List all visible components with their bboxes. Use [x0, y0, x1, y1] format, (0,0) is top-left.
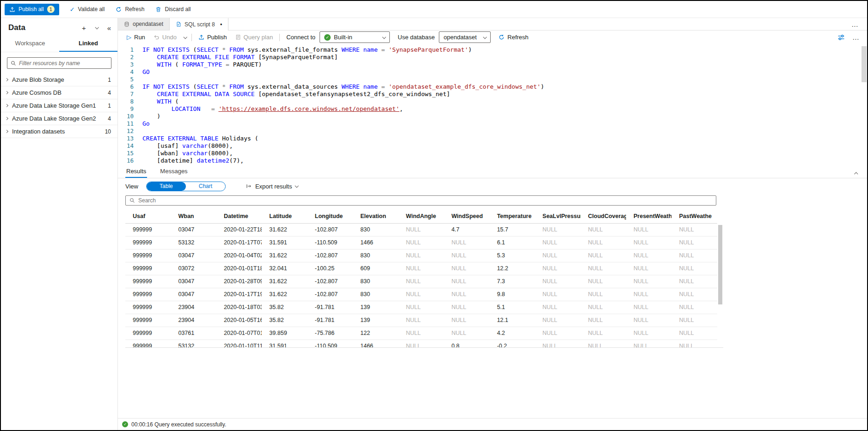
tab-workspace[interactable]: Workspace: [1, 36, 59, 52]
line-number: 11: [118, 120, 134, 127]
connect-to-label: Connect to: [282, 34, 320, 41]
undo-button[interactable]: Undo: [149, 30, 181, 44]
toolbar-separator: [279, 34, 280, 41]
more-actions-button[interactable]: …: [852, 33, 860, 41]
grid-column-header: Usaf: [125, 209, 171, 223]
refresh-icon: [116, 6, 122, 12]
results-search-row: [118, 194, 867, 209]
grid-cell: 39.859: [262, 327, 307, 340]
view-table-button[interactable]: Table: [147, 182, 186, 191]
grid-cell: -91.781: [308, 301, 353, 314]
grid-cell: NULL: [581, 288, 626, 301]
global-toolbar: Publish all 1 ✓ Validate all Refresh Dis…: [1, 1, 867, 18]
collapse-results-button[interactable]: [855, 170, 858, 176]
grid-cell: -100.25: [308, 262, 353, 275]
grid-scrollbar[interactable]: [717, 209, 723, 347]
tab-messages[interactable]: Messages: [159, 165, 188, 178]
grid-cell: NULL: [399, 288, 444, 301]
success-check-icon: ✓: [122, 421, 128, 427]
tree-item-count: 4: [108, 115, 111, 122]
tab-sql-script-label: SQL script 8: [185, 21, 215, 28]
results-grid: UsafWbanDatetimeLatitudeLongitudeElevati…: [125, 209, 723, 348]
grid-cell: 2020-01-07T01:...: [216, 327, 262, 340]
filter-resources-input[interactable]: [19, 60, 108, 67]
grid-cell: 2020-01-01T18:...: [216, 262, 262, 275]
grid-cell: NULL: [444, 288, 489, 301]
grid-cell: -91.781: [308, 314, 353, 327]
results-table: UsafWbanDatetimeLatitudeLongitudeElevati…: [125, 209, 717, 348]
refresh-all-button[interactable]: Refresh: [111, 4, 149, 15]
tab-overflow-button[interactable]: …: [851, 20, 867, 28]
view-chart-button[interactable]: Chart: [186, 182, 225, 191]
grid-cell: NULL: [581, 340, 626, 348]
discard-all-button[interactable]: Discard all: [150, 4, 196, 15]
use-database-dropdown[interactable]: opendataset: [439, 31, 491, 43]
grid-cell: 139: [353, 314, 398, 327]
validate-all-button[interactable]: ✓ Validate all: [65, 4, 110, 15]
trash-icon: [155, 6, 161, 12]
tree-item-label: Azure Cosmos DB: [12, 89, 62, 96]
tree-item-label: Azure Blob Storage: [12, 76, 64, 83]
grid-cell: NULL: [535, 223, 580, 236]
grid-cell: NULL: [581, 301, 626, 314]
grid-cell: NULL: [671, 275, 717, 288]
tree-item-label: Integration datasets: [12, 128, 65, 135]
tree-item[interactable]: Azure Data Lake Storage Gen11: [1, 99, 117, 112]
grid-cell: 32.041: [262, 262, 307, 275]
grid-cell: NULL: [671, 340, 717, 348]
refresh-button[interactable]: Refresh: [494, 30, 533, 44]
tree-item[interactable]: Azure Data Lake Storage Gen24: [1, 112, 117, 125]
grid-cell: NULL: [444, 262, 489, 275]
grid-body: 999999030472020-01-22T18:...31.622-102.8…: [125, 223, 717, 348]
grid-cell: NULL: [444, 275, 489, 288]
export-results-button[interactable]: Export results: [246, 183, 298, 190]
grid-cell: 03047: [171, 275, 216, 288]
scrollbar-thumb[interactable]: [718, 225, 722, 304]
grid-cell: NULL: [399, 327, 444, 340]
search-icon: [129, 198, 135, 203]
collapse-panel-icon[interactable]: «: [107, 24, 111, 31]
code-lines: 1IF NOT EXISTS (SELECT * FROM sys.extern…: [118, 46, 867, 164]
grid-cell: -110.509: [308, 236, 353, 249]
results-view-row: View Table Chart Export results: [118, 178, 867, 194]
grid-column-header: Latitude: [262, 209, 307, 223]
export-results-label: Export results: [255, 183, 292, 190]
grid-cell: 15.7: [490, 223, 535, 236]
publish-label: Publish: [207, 34, 227, 41]
grid-cell: NULL: [399, 275, 444, 288]
tab-results[interactable]: Results: [125, 165, 147, 178]
scrollbar-thumb[interactable]: [862, 46, 867, 82]
chevron-down-icon: [483, 35, 487, 39]
grid-row: 999999531322020-01-10T11:...31.591-110.5…: [125, 340, 717, 348]
grid-cell: NULL: [581, 275, 626, 288]
actions-chevron-icon[interactable]: [95, 26, 98, 29]
editor-scrollbar[interactable]: [861, 44, 867, 165]
tab-linked[interactable]: Linked: [59, 36, 117, 52]
grid-cell: 999999: [125, 275, 171, 288]
run-button[interactable]: ▷ Run: [123, 30, 149, 44]
tab-opendataset[interactable]: opendataset: [118, 18, 170, 30]
tree-item[interactable]: Azure Blob Storage1: [1, 73, 117, 86]
tree-item[interactable]: Integration datasets10: [1, 125, 117, 138]
tree-item[interactable]: Azure Cosmos DB4: [1, 86, 117, 99]
status-bar: ✓ 00:00:16 Query executed successfully.: [118, 418, 867, 430]
query-plan-button[interactable]: Query plan: [231, 30, 277, 44]
grid-cell: 2020-01-18T03:...: [216, 301, 262, 314]
tab-sql-script[interactable]: SQL script 8 ●: [170, 18, 228, 30]
results-search-input[interactable]: [138, 197, 712, 204]
grid-cell: NULL: [535, 262, 580, 275]
grid-cell: NULL: [626, 301, 671, 314]
publish-button[interactable]: Publish: [194, 30, 231, 44]
connect-to-dropdown[interactable]: ✓ Built-in: [320, 31, 390, 43]
grid-cell: 999999: [125, 249, 171, 262]
sql-editor[interactable]: 1IF NOT EXISTS (SELECT * FROM sys.extern…: [118, 44, 867, 165]
publish-all-button[interactable]: Publish all 1: [5, 4, 59, 15]
undo-dropdown-button[interactable]: [181, 36, 189, 39]
grid-cell: 03072: [171, 262, 216, 275]
add-resource-icon[interactable]: +: [82, 24, 86, 31]
line-number: 4: [118, 68, 134, 76]
grid-cell: NULL: [671, 223, 717, 236]
grid-cell: NULL: [535, 275, 580, 288]
view-settings-icon[interactable]: [837, 34, 845, 41]
grid-cell: 53132: [171, 236, 216, 249]
